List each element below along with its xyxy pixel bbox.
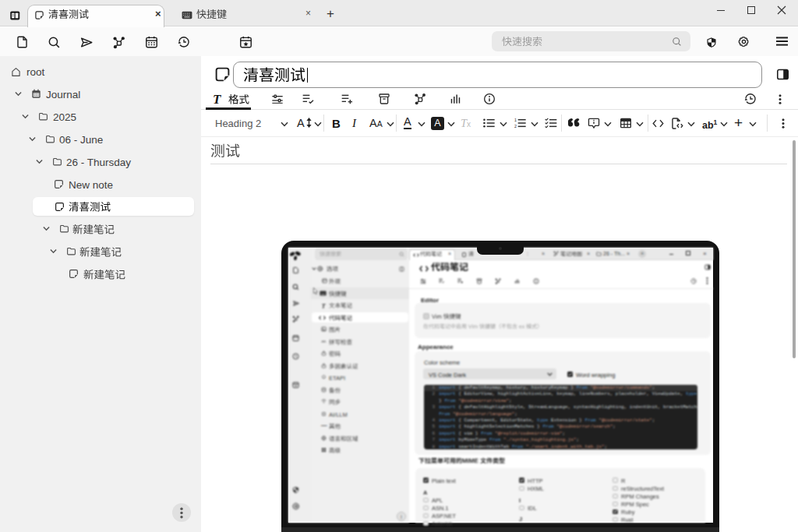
svg-text:1: 1 bbox=[514, 118, 517, 122]
svg-text:2: 2 bbox=[514, 124, 517, 129]
